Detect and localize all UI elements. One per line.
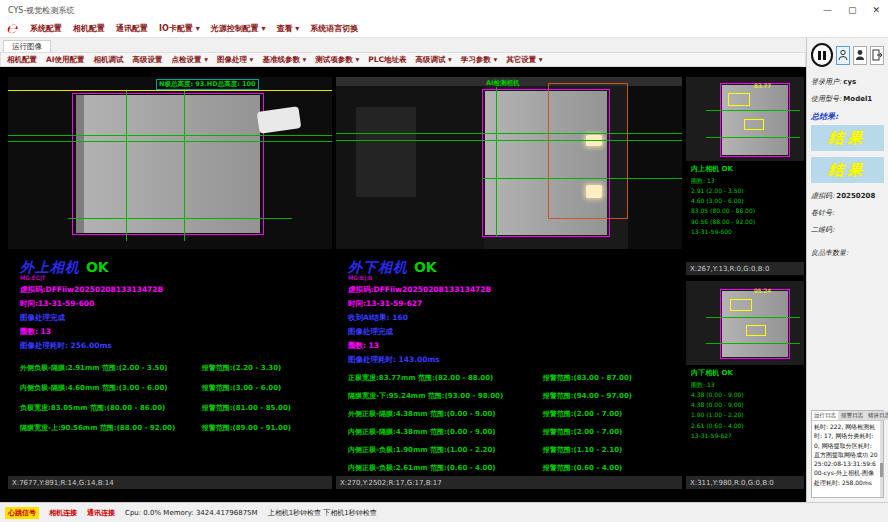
gripper-part <box>257 106 302 134</box>
status-taskbar: 心跳信号 相机连接 通讯连接 Cpu: 0.0% Memory: 3424.41… <box>0 502 888 522</box>
menu-camera-config[interactable]: 相机配置 <box>73 23 105 34</box>
menu-language-switch[interactable]: 系统语言切换 <box>310 23 358 34</box>
measure-line <box>126 91 127 241</box>
measure-line <box>706 137 800 138</box>
anno-box <box>744 119 764 130</box>
ai-result-line: 收到AI结果: 160 <box>348 313 678 323</box>
minimize-button[interactable]: — <box>823 5 832 15</box>
tool-other-settings[interactable]: 其它设置 ▾ <box>506 55 542 65</box>
log-scroll-thumb[interactable] <box>880 463 883 477</box>
highlight-spot <box>586 185 602 198</box>
log-scrollbar[interactable] <box>880 421 883 497</box>
coord-bar-upper: X:7677,Y:891;R:14,G:14,B:14 <box>8 476 332 489</box>
time-line: 时间:13-31-59-600 <box>20 299 328 309</box>
overlay-height-text: N极总高度: 93.HD总高度: 100 <box>156 79 259 90</box>
coord-bar-side-1: X:267,Y:13,R:0,G:0,B:0 <box>686 262 804 275</box>
total-result-label: 总结果: <box>811 111 884 122</box>
measure-line <box>336 133 682 134</box>
measure-line <box>706 110 800 111</box>
side-camera-image-2: 95.24 <box>686 281 804 365</box>
tool-advanced-settings[interactable]: 高级设置 <box>133 55 163 65</box>
tool-camera-debug[interactable]: 相机调试 <box>94 55 124 65</box>
menu-view[interactable]: 查看 ▾ <box>277 23 300 34</box>
log-tab-run[interactable]: 运行日志 <box>812 411 838 420</box>
measurement-row: 外侧负极-隔膜:2.91mm 范围:(2.00 - 3.50)报警范围:(2.2… <box>20 363 328 373</box>
comm-link-status: 通讯连接 <box>87 508 115 518</box>
measurement-row: 负极宽度:83.05mm 范围:(80.00 - 86.00)报警范围:(81.… <box>20 403 328 413</box>
yield-count-row: 良品率数量: <box>811 248 884 258</box>
operator-button[interactable] <box>853 46 867 65</box>
log-text[interactable]: 耗时: 222, 网络检测耗时: 17, 网络分类耗时: 0, 网络提取分区耗时… <box>812 421 883 497</box>
camera-image-upper: N极总高度: 93.HD总高度: 100 <box>8 77 332 249</box>
measure-line <box>184 91 185 241</box>
tool-spot-check[interactable]: 点检设置 ▾ <box>172 55 208 65</box>
measurement-list: 正极宽度:83.77mm 范围:(82.00 - 88.00)报警范围:(83.… <box>348 373 678 473</box>
tool-baseline-params[interactable]: 基准线参数 ▾ <box>262 55 306 65</box>
turns-line: 圈数: 13 <box>348 341 678 351</box>
anno-box <box>730 299 752 311</box>
side-camera-column: 83.77 内上相机 OK 圈数: 13 2.91 (2.00 - 3.50) … <box>686 77 804 502</box>
measurement-row: 内侧负极-隔膜:4.60mm 范围:(3.00 - 6.00)报警范围:(3.0… <box>20 383 328 393</box>
tool-ai-config[interactable]: AI使用配置 <box>46 55 85 65</box>
tool-camera-config[interactable]: 相机配置 <box>7 55 37 65</box>
pause-button[interactable] <box>811 43 833 67</box>
log-tab-alarm[interactable]: 报警日志 <box>839 411 865 420</box>
heartbeat-badge: 心跳信号 <box>5 507 39 519</box>
virtual-code-line: 虚拟码:DFFiiw2025020813313472B <box>348 285 678 295</box>
tool-plc-address[interactable]: PLC地址表 <box>368 55 406 65</box>
result-box-2: 结果 <box>811 157 884 183</box>
tool-image-process[interactable]: 图像处理 ▾ <box>217 55 253 65</box>
menu-light-control[interactable]: 光源控制配置 ▾ <box>211 23 266 34</box>
user-mode-button[interactable] <box>836 46 850 65</box>
measurement-list: 外侧负极-隔膜:2.91mm 范围:(2.00 - 3.50)报警范围:(2.2… <box>20 363 328 433</box>
machine-bg <box>628 86 682 249</box>
result-box-1: 结果 <box>811 125 884 151</box>
app-window: CYS-视觉检测系统 — ▢ ✕ ℮ 系统配置 相机配置 通讯配置 IO卡配置 … <box>0 0 888 522</box>
window-controls: — ▢ ✕ <box>823 5 880 15</box>
menu-system-config[interactable]: 系统配置 <box>30 23 62 34</box>
menu-comm-config[interactable]: 通讯配置 <box>116 23 148 34</box>
camera-check-status: 上相机1秒钟检查 下相机1秒钟检查 <box>268 508 377 518</box>
measurement-row: 外侧正极-隔膜:4.38mm 范围:(0.00 - 9.00)报警范围:(2.0… <box>348 409 678 419</box>
main-area: 运行图像 相机配置 AI使用配置 相机调试 高级设置 点检设置 ▾ 图像处理 ▾… <box>0 38 806 502</box>
side-camera-view-2[interactable]: 95.24 内下相机 OK 圈数: 13 4.38 (0.00 - 9.00) … <box>686 281 804 489</box>
pause-icon <box>818 51 821 60</box>
side-camera-view-1[interactable]: 83.77 内上相机 OK 圈数: 13 2.91 (2.00 - 3.50) … <box>686 77 804 275</box>
measure-line <box>496 87 497 237</box>
right-control-panel: 登录用户:cys 使用型号:Model1 总结果: 结果 结果 虚拟码:2025… <box>806 38 888 502</box>
menu-io-config[interactable]: IO卡配置 ▾ <box>159 23 200 34</box>
measurement-row: 隔膜宽度-上:90.56mm 范围:(88.00 - 92.00)报警范围:(8… <box>20 423 328 433</box>
panel-spacer <box>811 263 884 410</box>
measurement-row: 正极宽度:83.77mm 范围:(82.00 - 88.00)报警范围:(83.… <box>348 373 678 383</box>
tool-advanced-debug[interactable]: 高级调试 ▾ <box>415 55 451 65</box>
measure-line <box>8 135 332 136</box>
process-time-line: 图像处理耗时: 143.00ms <box>348 355 678 365</box>
logout-button[interactable] <box>870 46 884 65</box>
measurement-row: 内侧正极-负极:1.90mm 范围:(1.00 - 2.20)报警范围:(1.1… <box>348 445 678 455</box>
anno-value: 83.77 <box>754 82 771 89</box>
measurement-row: 隔膜宽度-下:95.24mm 范围:(93.00 - 98.00)报警范围:(9… <box>348 391 678 401</box>
side-result-text-1: 内上相机 OK 圈数: 13 2.91 (2.00 - 3.50) 4.60 (… <box>686 161 804 262</box>
camera-view-upper[interactable]: N极总高度: 93.HD总高度: 100 外上相机 OK MG:EC|T <box>8 77 332 489</box>
tool-test-params[interactable]: 测试项参数 ▾ <box>315 55 359 65</box>
menu-bar: ℮ 系统配置 相机配置 通讯配置 IO卡配置 ▾ 光源控制配置 ▾ 查看 ▾ 系… <box>0 20 888 38</box>
model-value: Model1 <box>843 95 872 103</box>
app-logo-icon: ℮ <box>6 21 17 36</box>
time-line: 时间:13-31-59-627 <box>348 299 678 309</box>
close-button[interactable]: ✕ <box>872 5 880 15</box>
side-camera-name: 内下相机 OK <box>691 368 802 380</box>
app-title: CYS-视觉检测系统 <box>8 5 74 16</box>
maximize-button[interactable]: ▢ <box>848 5 857 15</box>
tool-learn-params[interactable]: 学习参数 ▾ <box>461 55 497 65</box>
log-tabs: 运行日志 报警日志 错误日志 <box>812 411 883 421</box>
side-camera-image-1: 83.77 <box>686 77 804 161</box>
product-region <box>76 95 260 233</box>
qrcode-row: 二维码: <box>811 225 884 235</box>
process-done-line: 图像处理完成 <box>348 327 678 337</box>
tab-run-image[interactable]: 运行图像 <box>3 40 51 52</box>
camera-view-lower[interactable]: AI检测相机 外下相机 OK MG:B|:B 虚拟 <box>336 77 682 489</box>
measure-line <box>68 218 292 219</box>
cpu-memory-status: Cpu: 0.0% Memory: 3424.41796875M <box>125 509 258 517</box>
anno-value: 95.24 <box>754 287 771 294</box>
log-tab-error[interactable]: 错误日志 <box>866 411 888 420</box>
